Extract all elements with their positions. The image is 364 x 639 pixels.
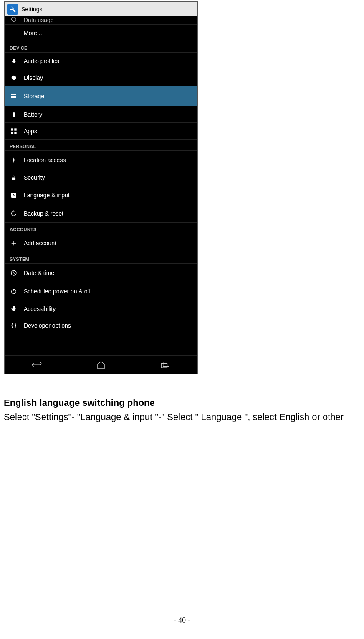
svg-rect-10: [14, 132, 16, 134]
lock-icon: [10, 173, 18, 182]
settings-item-label: Battery: [24, 111, 42, 118]
settings-item-label: Developer options: [24, 322, 71, 329]
svg-rect-9: [11, 132, 13, 134]
settings-item-location-access[interactable]: Location access: [5, 151, 197, 169]
phone-screenshot: Settings Data usage More... DEVICE Audio…: [4, 1, 198, 374]
svg-rect-11: [12, 177, 15, 180]
settings-item-security[interactable]: Security: [5, 169, 197, 186]
location-icon: [10, 156, 18, 164]
settings-item-display[interactable]: Display: [5, 69, 197, 86]
doc-paragraph: Select "Settings"- "Language & input "-"…: [4, 411, 360, 423]
settings-item-battery[interactable]: Battery: [5, 106, 197, 123]
settings-item-add-account[interactable]: Add account: [5, 234, 197, 252]
settings-item-language-input[interactable]: A Language & input: [5, 186, 197, 204]
audio-icon: [10, 57, 18, 65]
settings-item-storage[interactable]: Storage: [5, 86, 197, 106]
settings-item-label: Date & time: [24, 270, 54, 276]
settings-item-label: More...: [24, 30, 42, 36]
data-usage-icon: [10, 16, 18, 23]
plus-icon: [10, 239, 18, 247]
settings-item-label: Apps: [24, 128, 37, 135]
svg-rect-3: [11, 96, 16, 97]
settings-titlebar: Settings: [5, 2, 197, 16]
svg-rect-7: [11, 128, 13, 130]
back-button[interactable]: [28, 360, 45, 370]
settings-item-label: Scheduled power on & off: [24, 288, 91, 295]
svg-rect-5: [13, 112, 15, 117]
settings-item-scheduled-power[interactable]: Scheduled power on & off: [5, 282, 197, 300]
android-navbar: [5, 355, 197, 374]
svg-text:A: A: [13, 193, 15, 197]
svg-rect-6: [13, 112, 14, 112]
settings-item-apps[interactable]: Apps: [5, 123, 197, 140]
svg-point-1: [12, 75, 16, 80]
document-body: English language switching phone Select …: [4, 374, 364, 423]
wrench-icon: [7, 4, 18, 15]
svg-rect-16: [161, 363, 167, 368]
braces-icon: [10, 321, 18, 330]
power-icon: [10, 287, 18, 295]
section-header-device: DEVICE: [5, 41, 197, 53]
section-header-system: SYSTEM: [5, 252, 197, 264]
settings-item-audio-profiles[interactable]: Audio profiles: [5, 53, 197, 69]
backup-icon: [10, 209, 18, 218]
recent-button[interactable]: [157, 360, 174, 370]
svg-rect-17: [163, 362, 169, 366]
home-button[interactable]: [93, 360, 109, 370]
language-icon: A: [10, 191, 18, 199]
settings-item-accessibility[interactable]: Accessibility: [5, 300, 197, 317]
settings-item-developer-options[interactable]: Developer options: [5, 317, 197, 334]
blank-icon: [10, 29, 18, 37]
settings-list: Data usage More... DEVICE Audio profiles…: [5, 16, 197, 334]
storage-icon: [10, 92, 18, 100]
svg-rect-4: [11, 97, 16, 98]
settings-item-label: Language & input: [24, 192, 70, 199]
settings-item-label: Location access: [24, 157, 66, 163]
section-header-accounts: ACCOUNTS: [5, 223, 197, 234]
doc-heading: English language switching phone: [4, 397, 360, 408]
settings-item-label: Data usage: [24, 17, 54, 23]
settings-item-more[interactable]: More...: [5, 25, 197, 41]
display-icon: [10, 74, 18, 82]
settings-item-backup-reset[interactable]: Backup & reset: [5, 204, 197, 223]
settings-item-label: Add account: [24, 240, 56, 247]
hand-icon: [10, 305, 18, 313]
settings-item-label: Security: [24, 174, 45, 181]
settings-title: Settings: [21, 6, 43, 13]
svg-point-0: [12, 17, 16, 22]
clock-icon: [10, 269, 18, 277]
settings-item-date-time[interactable]: Date & time: [5, 264, 197, 282]
settings-item-label: Storage: [24, 93, 44, 99]
settings-item-data-usage[interactable]: Data usage: [5, 16, 197, 25]
page-number: - 40 -: [0, 616, 364, 625]
section-header-personal: PERSONAL: [5, 140, 197, 151]
settings-item-label: Backup & reset: [24, 210, 63, 217]
apps-icon: [10, 127, 18, 135]
svg-rect-8: [14, 128, 16, 130]
settings-item-label: Accessibility: [24, 305, 56, 312]
battery-icon: [10, 110, 18, 119]
settings-item-label: Audio profiles: [24, 58, 59, 64]
settings-item-label: Display: [24, 74, 43, 81]
svg-rect-2: [11, 94, 16, 95]
